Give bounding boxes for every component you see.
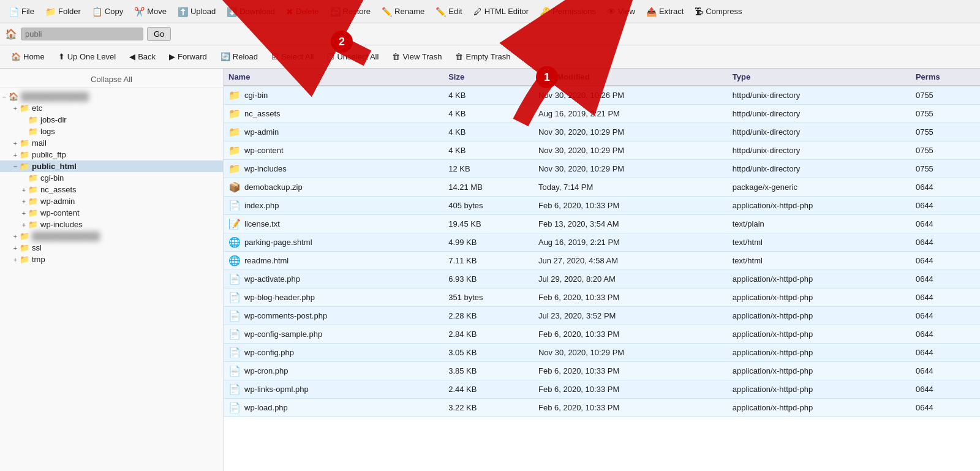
view-trash-nav-button[interactable]: 🗑View Trash: [386, 50, 448, 64]
folder-icon-public-html: 📁: [20, 162, 29, 171]
tree-item-public-html[interactable]: −📁public_html: [0, 160, 223, 172]
file-size-cell: 4 KB: [443, 123, 533, 141]
download-button[interactable]: ⬇️Download: [222, 4, 280, 19]
file-type-cell: httpd/unix-directory: [728, 141, 911, 160]
tree-label-etc: etc: [32, 104, 42, 113]
table-row[interactable]: 📁cgi-bin4 KBNov 30, 2020, 10:26 PMhttpd/…: [224, 86, 980, 105]
view-button[interactable]: 👁View: [602, 4, 640, 19]
file-button[interactable]: 📄File: [4, 4, 39, 19]
file-size-cell: 14.21 MB: [443, 178, 533, 197]
path-input[interactable]: [21, 28, 143, 40]
tree-item-tmp[interactable]: +📁tmp: [0, 254, 223, 265]
compress-icon: 🗜: [695, 7, 703, 17]
extract-button[interactable]: 📤Extract: [641, 4, 688, 19]
table-row[interactable]: 📁wp-content4 KBNov 30, 2020, 10:29 PMhtt…: [224, 141, 980, 160]
edit-button[interactable]: ✏️Edit: [431, 4, 467, 19]
tree-item-ssl[interactable]: +📁ssl: [0, 242, 223, 254]
tree-label-wp-admin: wp-admin: [40, 197, 75, 206]
file-modified-cell: Feb 6, 2020, 10:33 PM: [533, 399, 728, 417]
file-name-cell: 📄wp-cron.php: [224, 362, 443, 380]
up-one-level-nav-button[interactable]: ⬆Up One Level: [52, 50, 123, 64]
collapse-all-button[interactable]: Collapse All: [0, 71, 223, 88]
tree-item-blurred1[interactable]: +📁████████████: [0, 230, 223, 242]
reload-nav-button[interactable]: 🔄Reload: [214, 50, 264, 64]
toggle-wp-admin: +: [20, 198, 28, 205]
go-button[interactable]: Go: [147, 27, 171, 41]
tree-label-tmp: tmp: [32, 255, 45, 264]
empty-trash-nav-icon: 🗑: [455, 52, 463, 61]
table-row[interactable]: 📝license.txt19.45 KBFeb 13, 2020, 3:54 A…: [224, 215, 980, 233]
unselect-all-nav-button[interactable]: ☐Unselect All: [321, 50, 385, 64]
column-header-last-modified[interactable]: Last Modified: [533, 69, 728, 86]
file-name-text: wp-config-sample.php: [244, 330, 322, 339]
column-header-size[interactable]: Size: [443, 69, 533, 86]
table-row[interactable]: 🌐parking-page.shtml4.99 KBAug 16, 2019, …: [224, 233, 980, 252]
file-modified-cell: Today, 7:14 PM: [533, 178, 728, 197]
back-nav-button[interactable]: ◀Back: [123, 50, 162, 64]
compress-button[interactable]: 🗜Compress: [690, 4, 747, 19]
table-row[interactable]: 📁wp-includes12 KBNov 30, 2020, 10:29 PMh…: [224, 160, 980, 178]
tree-item-nc-assets[interactable]: +📁nc_assets: [0, 184, 223, 195]
tree-label-cgi-bin-sub: cgi-bin: [40, 173, 64, 183]
file-name-text: cgi-bin: [244, 91, 268, 100]
tree-item-root[interactable]: −🏠████████████: [0, 91, 223, 102]
file-name-cell: 🌐readme.html: [224, 252, 443, 270]
forward-nav-button[interactable]: ▶Forward: [163, 50, 213, 64]
tree-item-mail[interactable]: +📁mail: [0, 137, 223, 149]
file-name-cell: 📄wp-activate.php: [224, 270, 443, 288]
table-row[interactable]: 📄wp-config.php3.05 KBNov 30, 2020, 10:29…: [224, 344, 980, 362]
table-row[interactable]: 📄wp-load.php3.22 KBFeb 6, 2020, 10:33 PM…: [224, 399, 980, 417]
file-perms-cell: 0755: [911, 160, 980, 178]
table-row[interactable]: 📄wp-blog-header.php351 bytesFeb 6, 2020,…: [224, 288, 980, 307]
table-row[interactable]: 📄wp-comments-post.php2.28 KBJul 23, 2020…: [224, 307, 980, 325]
upload-button[interactable]: ⬆️Upload: [173, 4, 221, 19]
tree-item-cgi-bin-sub[interactable]: 📁cgi-bin: [0, 172, 223, 184]
html-editor-button[interactable]: 🖊HTML Editor: [469, 4, 533, 19]
tree-item-wp-content[interactable]: +📁wp-content: [0, 207, 223, 219]
tree-item-public-ftp[interactable]: +📁public_ftp: [0, 149, 223, 160]
column-header-perms[interactable]: Perms: [911, 69, 980, 86]
home-icon[interactable]: 🏠: [5, 28, 17, 40]
home-nav-icon: 🏠: [11, 52, 21, 61]
file-type-cell: httpd/unix-directory: [728, 160, 911, 178]
tree-item-logs[interactable]: 📁logs: [0, 126, 223, 137]
folder-icon-cgi-bin-sub: 📁: [28, 173, 38, 183]
permissions-button[interactable]: 🔑Permissions: [535, 4, 601, 19]
file-perms-cell: 0755: [911, 105, 980, 123]
folder-button[interactable]: 📁Folder: [40, 4, 86, 19]
copy-button[interactable]: 📋Copy: [87, 4, 128, 19]
table-row[interactable]: 📄index.php405 bytesFeb 6, 2020, 10:33 PM…: [224, 197, 980, 215]
empty-trash-nav-button[interactable]: 🗑Empty Trash: [449, 50, 516, 64]
tree-item-wp-includes[interactable]: +📁wp-includes: [0, 219, 223, 230]
restore-button[interactable]: ↩️Restore: [325, 4, 376, 19]
tree-item-etc[interactable]: +📁etc: [0, 102, 223, 114]
table-row[interactable]: 📄wp-config-sample.php2.84 KBFeb 6, 2020,…: [224, 325, 980, 344]
rename-button[interactable]: ✏️Rename: [377, 4, 429, 19]
delete-button[interactable]: ✖Delete: [281, 4, 324, 19]
table-row[interactable]: 📁wp-admin4 KBNov 30, 2020, 10:29 PMhttpd…: [224, 123, 980, 141]
table-row[interactable]: 📄wp-cron.php3.85 KBFeb 6, 2020, 10:33 PM…: [224, 362, 980, 380]
table-row[interactable]: 📁nc_assets4 KBAug 16, 2019, 2:21 PMhttpd…: [224, 105, 980, 123]
table-row[interactable]: 🌐readme.html7.11 KBJun 27, 2020, 4:58 AM…: [224, 252, 980, 270]
file-name-cell: 📄wp-config.php: [224, 344, 443, 362]
select-all-nav-button[interactable]: ☑Select All: [265, 50, 320, 64]
tree-label-public-html: public_html: [32, 162, 77, 171]
view-trash-nav-icon: 🗑: [392, 52, 400, 61]
table-row[interactable]: 📄wp-activate.php6.93 KBJul 29, 2020, 8:2…: [224, 270, 980, 288]
table-row[interactable]: 📄wp-links-opml.php2.44 KBFeb 6, 2020, 10…: [224, 380, 980, 399]
move-button[interactable]: ✂️Move: [129, 4, 172, 19]
tree-item-wp-admin[interactable]: +📁wp-admin: [0, 195, 223, 207]
file-icon: 📄: [9, 7, 19, 17]
file-type-cell: application/x-httpd-php: [728, 307, 911, 325]
file-type-cell: application/x-httpd-php: [728, 325, 911, 344]
file-name-text: wp-content: [244, 146, 284, 155]
table-row[interactable]: 📦demobackup.zip14.21 MBToday, 7:14 PMpac…: [224, 178, 980, 197]
file-type-cell: application/x-httpd-php: [728, 344, 911, 362]
forward-nav-icon: ▶: [169, 52, 175, 61]
tree-item-jobs-dir[interactable]: 📁jobs-dir: [0, 114, 223, 126]
home-nav-button[interactable]: 🏠Home: [5, 50, 51, 64]
column-header-name[interactable]: Name: [224, 69, 443, 86]
file-modified-cell: Aug 16, 2019, 2:21 PM: [533, 105, 728, 123]
column-header-type[interactable]: Type: [728, 69, 911, 86]
file-name-text: wp-includes: [244, 164, 287, 173]
